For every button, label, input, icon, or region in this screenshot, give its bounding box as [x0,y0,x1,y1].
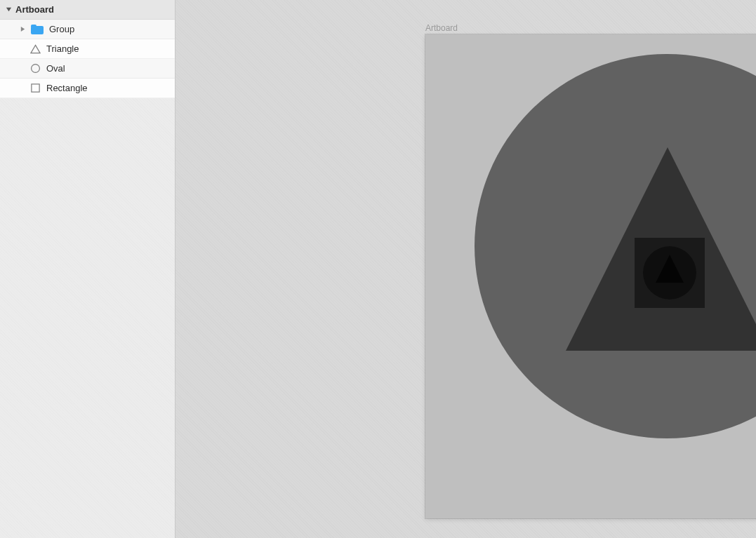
layer-row-triangle[interactable]: Triangle [0,39,175,59]
layer-label: Rectangle [46,79,88,98]
layer-row-artboard[interactable]: Artboard [0,0,175,20]
shape-group[interactable] [635,238,705,308]
layer-row-group[interactable]: Group [0,20,175,39]
chevron-right-icon[interactable] [18,25,27,34]
rectangle-icon [29,83,41,94]
svg-marker-2 [30,45,39,53]
layer-label: Oval [46,59,65,79]
svg-rect-4 [31,84,39,92]
canvas-area[interactable]: Artboard [175,0,756,538]
svg-marker-0 [6,8,11,11]
chevron-down-icon[interactable] [4,6,13,14]
svg-marker-1 [20,27,24,32]
layer-label: Group [49,20,74,39]
layer-row-oval[interactable]: Oval [0,59,175,79]
artboard[interactable] [425,34,756,518]
svg-point-3 [31,65,39,73]
artboard-title: Artboard [15,0,54,20]
layer-label: Triangle [46,39,79,59]
layers-panel: Artboard Group Triangle Oval Recta [0,0,175,538]
layer-row-rectangle[interactable]: Rectangle [0,79,175,98]
artboard-label[interactable]: Artboard [425,23,458,33]
oval-icon [29,63,41,74]
triangle-icon [29,43,41,55]
folder-icon [31,25,44,34]
